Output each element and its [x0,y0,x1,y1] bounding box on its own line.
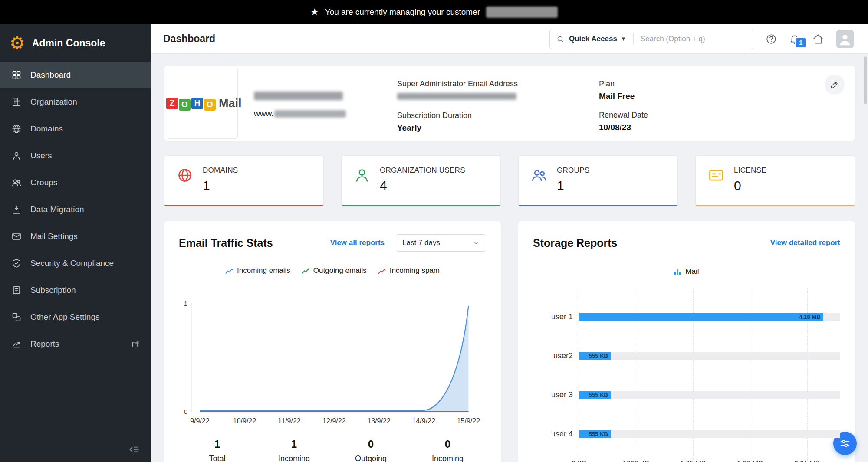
storage-user-label: user2 [533,351,573,360]
search-input[interactable] [641,35,747,43]
banner-message: You are currently managing your customer [325,7,480,17]
stat-label: LICENSE [734,166,766,175]
bar-chart-icon [674,268,681,275]
legend-label: Incoming emails [237,266,290,275]
traffic-summary-row: 1Total1Incoming0Outgoing0Incoming [179,438,486,462]
sidebar-item-label: Dashboard [30,70,71,80]
redacted-org-name [254,92,343,100]
traffic-summary-item: 0Incoming [409,438,486,462]
sidebar-item-other-app-settings[interactable]: Other App Settings [0,304,151,331]
sidebar-item-users[interactable]: Users [0,142,151,169]
groups-icon [11,177,22,188]
domains-icon [11,124,22,134]
license-icon [708,167,724,183]
storage-bar-value: 555 KB [589,431,611,437]
traffic-summary-item: 1Incoming [256,438,332,462]
organization-summary-card: ZOHOMail www. Super Administrator Email … [164,66,855,141]
sidebar-item-security-compliance[interactable]: Security & Compliance [0,250,151,277]
user-icon [354,167,370,183]
scrollbar[interactable] [864,56,867,104]
x-axis-label: 13/9/22 [367,417,390,425]
sidebar-item-domains[interactable]: Domains [0,115,151,142]
zoho-letter-tile: H [191,98,203,109]
storage-bar[interactable]: 4.18 MB [579,313,823,321]
home-icon[interactable] [812,33,824,45]
x-axis-labels: 9/9/2210/9/2211/9/2212/9/2213/9/2214/9/2… [191,417,486,427]
legend-label: Incoming spam [390,266,440,275]
storage-bars-area: user 14.18 MBuser2555 KBuser 3555 KBuser… [533,312,840,462]
sidebar-item-dashboard[interactable]: Dashboard [0,62,151,88]
legend-item-incoming-spam[interactable]: Incoming spam [378,266,440,275]
storage-bar-row: user 14.18 MB [533,312,840,321]
storage-bar-track: 4.18 MB [579,313,840,321]
sidebar-item-label: Domains [30,124,63,134]
sidebar-item-mail-settings[interactable]: Mail Settings [0,223,151,250]
subscription-icon [11,285,22,295]
edit-organization-button[interactable] [825,75,845,95]
reports-icon [11,339,22,349]
email-traffic-chart [191,303,486,412]
sidebar-item-label: Security & Compliance [30,259,114,268]
storage-legend-label: Mail [685,267,699,276]
website-prefix: www. [254,109,273,118]
storage-legend: Mail [533,267,840,276]
storage-bar[interactable]: 555 KB [579,352,611,360]
security-icon [11,258,22,269]
stat-card-organization-users[interactable]: ORGANIZATION USERS4 [341,155,501,206]
storage-reports-title: Storage Reports [533,237,617,249]
sidebar-item-groups[interactable]: Groups [0,169,151,196]
stat-value: 1 [203,178,238,193]
group-icon [531,167,547,183]
summary-value: 1 [256,438,332,450]
zoho-letter-tile: O [204,99,216,111]
notifications-bell-icon[interactable]: 1 [789,33,800,45]
sidebar-item-data-migration[interactable]: Data Migration [0,196,151,223]
quick-access-label: Quick Access [569,35,617,43]
sidebar-item-label: Mail Settings [30,232,78,241]
storage-user-label: user 1 [533,312,573,321]
sidebar-item-label: Groups [30,178,57,187]
page-header: Dashboard Quick Access ▼ [151,24,868,54]
stat-value: 0 [734,178,766,193]
divider [633,33,634,45]
legend-item-outgoing-emails[interactable]: Outgoing emails [302,266,367,275]
trend-icon [378,268,386,274]
help-icon[interactable] [766,33,777,45]
sidebar-item-reports[interactable]: Reports [0,331,151,357]
x-axis-label: 14/9/22 [412,417,435,425]
stat-card-domains[interactable]: DOMAINS1 [164,155,324,206]
storage-axis-label: 0 KB [572,460,587,462]
sidebar-item-subscription[interactable]: Subscription [0,277,151,304]
email-traffic-title: Email Traffic Stats [179,237,273,249]
date-range-select[interactable]: Last 7 days [396,234,486,252]
storage-reports-card: Storage Reports View detailed report Mai… [518,221,855,462]
view-detailed-report-link[interactable]: View detailed report [770,239,840,247]
view-all-reports-link[interactable]: View all reports [330,239,385,247]
globe-icon [177,167,193,183]
renewal-date-label: Renewal Date [599,111,806,120]
app-logo-row: ⚙ Admin Console [0,24,151,62]
sidebar-nav: DashboardOrganizationDomainsUsersGroupsD… [0,62,151,357]
storage-bar[interactable]: 555 KB [579,391,611,399]
user-avatar[interactable] [836,30,854,48]
legend-item-incoming-emails[interactable]: Incoming emails [225,266,290,275]
storage-bar-row: user 3555 KB [533,390,840,400]
sidebar-item-label: Subscription [30,285,76,295]
storage-axis-label: 1000 KB [623,460,649,462]
stat-label: DOMAINS [203,166,238,175]
stat-card-license[interactable]: LICENSE0 [695,155,855,206]
sidebar-item-organization[interactable]: Organization [0,88,151,115]
storage-bar[interactable]: 555 KB [579,430,611,438]
sidebar-item-label: Reports [30,339,59,349]
collapse-sidebar-icon[interactable] [128,444,140,455]
stat-card-groups[interactable]: GROUPS1 [518,155,678,206]
quick-access-dropdown[interactable]: Quick Access ▼ [569,35,626,43]
storage-bar-track: 555 KB [579,430,840,438]
dashboard-content: ZOHOMail www. Super Administrator Email … [151,54,868,462]
summary-value: 1 [179,438,256,450]
x-axis-label: 11/9/22 [278,417,301,425]
y-tick-label: 1 [184,300,187,307]
zoho-mail-logo: ZOHOMail [166,68,238,139]
storage-user-label: user 4 [533,429,573,439]
summary-label: Outgoing [332,454,409,462]
